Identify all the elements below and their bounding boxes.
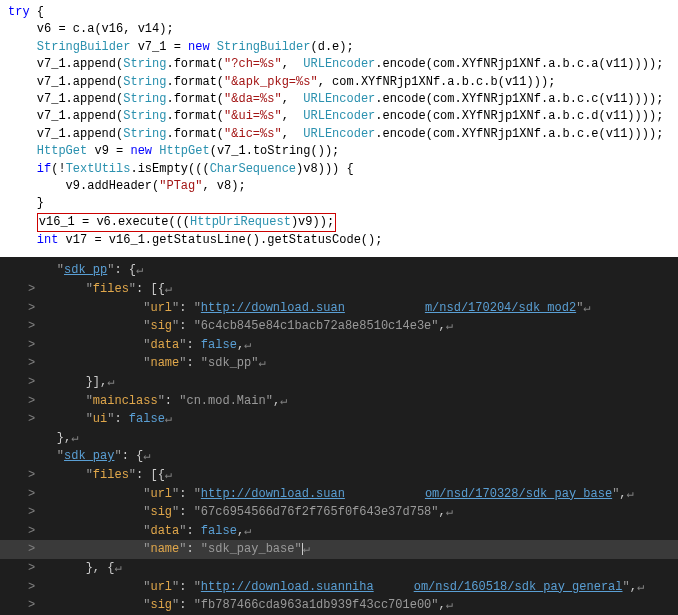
linebreak-icon: ↵ <box>136 263 143 277</box>
linebreak-icon: ↵ <box>583 301 590 315</box>
json-line: > "files": [{↵ <box>0 280 678 299</box>
linebreak-icon: ↵ <box>165 468 172 482</box>
json-line: > "files": [{↵ <box>0 466 678 485</box>
java-code-block: try { v6 = c.a(v16, v14); StringBuilder … <box>0 0 678 257</box>
linebreak-icon: ↵ <box>107 375 114 389</box>
linebreak-icon: ↵ <box>143 449 150 463</box>
linebreak-icon: ↵ <box>71 431 78 445</box>
json-line: > "ui": false↵ <box>0 410 678 429</box>
linebreak-icon: ↵ <box>280 394 287 408</box>
code-line: v7_1.append(String.format("?ch=%s", URLE… <box>8 56 670 73</box>
code-line: v7_1.append(String.format("&da=%s", URLE… <box>8 91 670 108</box>
linebreak-icon: ↵ <box>165 412 172 426</box>
code-line: v9.addHeader("PTag", v8); <box>8 178 670 195</box>
code-line: v7_1.append(String.format("&ic=%s", URLE… <box>8 126 670 143</box>
code-line: try { <box>8 4 670 21</box>
json-line: > "sig": "67c6954566d76f2f765f0f643e37d7… <box>0 503 678 522</box>
linebreak-icon: ↵ <box>637 580 644 594</box>
code-line: v16_1 = v6.execute(((HttpUriRequest)v9))… <box>8 213 670 232</box>
linebreak-icon: ↵ <box>165 282 172 296</box>
code-line: if(!TextUtils.isEmpty(((CharSequence)v8)… <box>8 161 670 178</box>
json-line: > "url": "http://download.suanom/nsd/170… <box>0 485 678 504</box>
json-line: },↵ <box>0 429 678 448</box>
code-line: v6 = c.a(v16, v14); <box>8 21 670 38</box>
linebreak-icon: ↵ <box>627 487 634 501</box>
json-line: > "data": false,↵ <box>0 522 678 541</box>
linebreak-icon: ↵ <box>244 338 251 352</box>
linebreak-icon: ↵ <box>446 505 453 519</box>
json-code-block: "sdk_pp": {↵> "files": [{↵> "url": "http… <box>0 257 678 615</box>
json-line: > "sig": "6c4cb845e84c1bacb72a8e8510c14e… <box>0 317 678 336</box>
linebreak-icon: ↵ <box>114 561 121 575</box>
code-line: StringBuilder v7_1 = new StringBuilder(d… <box>8 39 670 56</box>
json-line: > "url": "http://download.suanm/nsd/1702… <box>0 299 678 318</box>
json-line: > "name": "sdk_pp"↵ <box>0 354 678 373</box>
json-line: > }, {↵ <box>0 559 678 578</box>
json-line: > "sig": "fb787466cda963a1db939f43cc701e… <box>0 596 678 615</box>
json-line: > "name": "sdk_pay_base"↵ <box>0 540 678 559</box>
code-line: v7_1.append(String.format("&ui=%s", URLE… <box>8 108 670 125</box>
code-line: v7_1.append(String.format("&apk_pkg=%s",… <box>8 74 670 91</box>
json-line: > "data": false,↵ <box>0 336 678 355</box>
linebreak-icon: ↵ <box>303 542 310 556</box>
linebreak-icon: ↵ <box>244 524 251 538</box>
linebreak-icon: ↵ <box>446 319 453 333</box>
linebreak-icon: ↵ <box>258 356 265 370</box>
json-line: > "mainclass": "cn.mod.Main",↵ <box>0 392 678 411</box>
json-line: "sdk_pp": {↵ <box>0 261 678 280</box>
json-line: > }],↵ <box>0 373 678 392</box>
code-line: } <box>8 195 670 212</box>
json-line: "sdk_pay": {↵ <box>0 447 678 466</box>
code-line: int v17 = v16_1.getStatusLine().getStatu… <box>8 232 670 249</box>
highlighted-line: v16_1 = v6.execute(((HttpUriRequest)v9))… <box>37 213 336 232</box>
code-line: HttpGet v9 = new HttpGet(v7_1.toString()… <box>8 143 670 160</box>
linebreak-icon: ↵ <box>446 598 453 612</box>
json-line: > "url": "http://download.suannihaom/nsd… <box>0 578 678 597</box>
